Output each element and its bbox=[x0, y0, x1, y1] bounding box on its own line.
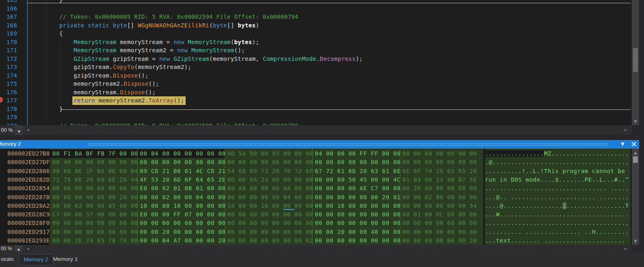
hex-byte[interactable]: 00 bbox=[238, 202, 249, 209]
scroll-down-icon[interactable]: ▼ bbox=[632, 239, 639, 243]
ascii-text[interactable]: ..........!..L.!This program cannot be bbox=[485, 167, 631, 176]
hex-byte-group[interactable]: 00 01 00 0C 00 00 00 bbox=[400, 210, 483, 219]
tab-memory-1[interactable]: Memory 1 bbox=[53, 256, 78, 262]
hex-byte-group[interactable]: 00 00 00 00 00 00 00 00 bbox=[50, 228, 137, 236]
hex-byte-group[interactable]: 00 00 00 00 00 00 54 bbox=[400, 202, 483, 210]
hex-byte-group[interactable]: 00 B4 00 00 00 00 00 00 bbox=[137, 149, 225, 158]
hex-byte-group[interactable]: 00 00 00 00 AE C7 00 00 bbox=[312, 184, 400, 193]
hex-byte-group[interactable]: 00 00 00 A8 00 00 00 02 bbox=[225, 236, 312, 245]
memory-cursor-byte[interactable]: 00 bbox=[283, 202, 294, 210]
ascii-text[interactable]: ................MZ..................... bbox=[485, 149, 631, 158]
zoom-dropdown-button[interactable]: ▼ bbox=[15, 245, 22, 252]
hex-byte-group[interactable]: C7 00 00 57 00 00 00 00 bbox=[50, 210, 137, 219]
hex-byte-group[interactable]: 00 00 00 00 00 00 00 00 bbox=[312, 236, 400, 245]
hex-byte-group[interactable]: 00 00 00 00 00 00 00 00 bbox=[137, 158, 225, 167]
hex-byte-group[interactable]: 4D 5A 90 00 03 00 00 00 bbox=[225, 149, 312, 158]
hex-byte-group[interactable]: 00 40 00 00 00 00 00 00 bbox=[50, 158, 137, 167]
hex-byte-group[interactable]: 00 00 00 00 00 00 00 00 bbox=[225, 219, 312, 227]
hex-byte-group[interactable]: 6E 6F 74 20 62 65 20 bbox=[400, 167, 483, 176]
hex-byte-group[interactable]: 00 00 02 00 40 85 00 00 bbox=[50, 202, 137, 210]
scroll-left-icon[interactable]: ◄ bbox=[26, 127, 29, 132]
hex-byte-group[interactable]: 00 00 00 00 00 80 00 bbox=[400, 158, 483, 167]
hex-byte-group[interactable]: 00 00 00 00 00 00 00 00 bbox=[137, 219, 225, 227]
hex-byte-group[interactable]: 00 00 00 50 45 00 00 4C bbox=[312, 176, 400, 184]
hex-byte-group[interactable]: 54 68 69 73 20 70 72 6F bbox=[225, 167, 312, 176]
scroll-left-icon[interactable]: ◄ bbox=[26, 246, 29, 251]
hex-byte-group[interactable]: 10 00 00 10 00 00 00 00 bbox=[225, 202, 312, 210]
hex-byte[interactable]: 00 bbox=[250, 202, 261, 209]
memory-hex-view[interactable]: 000002ED27B800 F1 BA BF FB 7F 00 0000 B4… bbox=[0, 149, 632, 245]
hex-byte-group[interactable]: 00 00 00 00 00 00 20 bbox=[400, 236, 483, 245]
code-line[interactable]: 180// Token: 0x06000006 RID: 6 RVA: 0x00… bbox=[0, 122, 632, 126]
code-line[interactable]: 172GZipStream gzipStream = new GZipStrea… bbox=[0, 55, 632, 63]
ascii-chars[interactable]: MZ..................... bbox=[544, 150, 629, 157]
editor-zoom-level[interactable]: 00 % bbox=[0, 125, 15, 135]
scroll-right-icon[interactable]: ► bbox=[624, 246, 628, 251]
ascii-text[interactable]: ................................. ..... bbox=[485, 184, 631, 193]
hex-byte-group[interactable]: 00 00 02 00 00 04 00 00 bbox=[137, 193, 225, 202]
tab-ocals[interactable]: ocals bbox=[1, 256, 14, 262]
ascii-text[interactable]: ...text........ ...................... bbox=[485, 236, 631, 245]
code-line[interactable]: 176memoryStream.Dispose(); bbox=[0, 88, 632, 97]
ascii-text[interactable]: .@..................................... bbox=[485, 158, 631, 167]
hex-byte-group[interactable]: 00 00 B4 A7 00 00 00 20 bbox=[137, 236, 225, 245]
ascii-text[interactable]: ....@.................................T bbox=[485, 202, 631, 210]
hex-byte-group[interactable]: 00 00 00 00 00 00 00 00 bbox=[312, 210, 400, 219]
hex-byte-group[interactable]: 00 20 00 00 00 E0 00 bbox=[400, 184, 483, 193]
hex-byte-group[interactable]: 00 00 00 00 00 00 00 00 bbox=[225, 228, 312, 236]
scroll-down-icon[interactable]: ▼ bbox=[632, 119, 639, 124]
code-line[interactable]: 165} bbox=[0, 0, 632, 4]
hex-byte-group[interactable]: 00 A8 00 00 00 0A 00 00 bbox=[225, 184, 312, 193]
code-line[interactable]: 174gzipStream.Dispose(); bbox=[0, 71, 632, 80]
code-line[interactable]: 170MemoryStream memoryStream = new Memor… bbox=[0, 38, 632, 47]
hex-byte-group[interactable]: 00 F1 BA BF FB 7F 00 00 bbox=[50, 149, 137, 158]
ascii-text[interactable]: ...W................................... bbox=[485, 210, 631, 219]
hex-byte-group[interactable]: 00 00 00 00 00 00 00 00 bbox=[312, 158, 400, 167]
memory-zoom-level[interactable]: 00 % bbox=[0, 245, 15, 252]
close-icon[interactable] bbox=[631, 141, 637, 147]
hex-byte[interactable]: 10 bbox=[227, 202, 238, 209]
panel-menu-icon[interactable]: ▼ bbox=[621, 142, 624, 146]
code-line[interactable]: 177return memoryStream2.ToArray(); bbox=[0, 96, 632, 105]
hex-byte[interactable]: 10 bbox=[261, 202, 272, 209]
hex-byte-group[interactable]: 00 00 2E 74 65 78 74 00 bbox=[50, 236, 137, 245]
code-line[interactable]: 168private static byte[] WGgNUWAOhGAnZEi… bbox=[0, 21, 632, 30]
hex-byte-group[interactable]: 00 00 00 00 00 04 00 00 bbox=[225, 193, 312, 202]
scroll-right-icon[interactable]: ► bbox=[624, 127, 628, 132]
hex-byte-group[interactable]: 00 00 00 00 00 00 00 00 bbox=[225, 210, 312, 219]
hex-byte-group[interactable]: 00 00 0E 1F BA 0E 00 B4 bbox=[50, 167, 137, 176]
editor-horizontal-scrollbar[interactable]: 00 % ▼ ◄ ► bbox=[0, 125, 632, 135]
ascii-cursor[interactable]: . bbox=[563, 202, 566, 209]
hex-byte[interactable]: 00 bbox=[272, 202, 283, 209]
code-line[interactable]: 178} bbox=[0, 105, 632, 113]
hex-byte-group[interactable]: B8 00 00 00 00 00 00 bbox=[400, 149, 483, 158]
code-line[interactable]: 167// Token: 0x06000005 RID: 5 RVA: 0x00… bbox=[0, 13, 632, 21]
hex-byte-group[interactable]: 67 72 61 6D 20 63 61 6E bbox=[312, 167, 400, 176]
hex-byte-group[interactable]: 0D 0D 0A 24 00 00 00 00 bbox=[225, 176, 312, 184]
hex-byte-group[interactable]: 00 00 00 00 00 00 00 00 bbox=[312, 219, 400, 227]
ascii-text[interactable]: ....................................... bbox=[485, 219, 631, 227]
hex-byte-group[interactable]: 00 00 00 00 00 00 00 00 bbox=[50, 184, 137, 193]
code-line[interactable]: 171MemoryStream memoryStream2 = new Memo… bbox=[0, 46, 632, 55]
zoom-dropdown-button[interactable]: ▼ bbox=[15, 126, 23, 135]
ascii-text[interactable]: .......... ............... ..H......... bbox=[485, 228, 631, 236]
hex-byte[interactable]: 00 bbox=[294, 202, 305, 209]
code-line[interactable]: 179 bbox=[0, 113, 632, 122]
ascii-text[interactable]: run in DOS mode....$.......PE..L...#..^ bbox=[485, 176, 631, 184]
hex-byte-group[interactable]: E0 00 02 01 0B 01 08 00 bbox=[137, 184, 225, 193]
ascii-unselected[interactable]: ................ bbox=[485, 150, 544, 157]
hex-byte-group[interactable]: 01 03 00 23 90 B7 5E bbox=[400, 176, 483, 184]
editor-vertical-scrollbar[interactable]: ▼ bbox=[632, 0, 639, 125]
hex-byte-group[interactable]: 00 00 00 00 00 00 00 00 bbox=[50, 219, 137, 227]
hex-byte-group[interactable]: 00 00 10 00 00 00 00 00 bbox=[312, 202, 400, 210]
hex-byte-group[interactable]: 72 75 6E 20 69 6E 20 44 bbox=[50, 176, 137, 184]
scrollbar-thumb[interactable] bbox=[633, 156, 638, 163]
memory-horizontal-scrollbar[interactable]: 00 % ▼ ◄ ► bbox=[0, 245, 632, 252]
hex-byte-group[interactable]: 00 00 00 00 00 00 00 00 bbox=[225, 158, 312, 167]
hex-byte-group[interactable]: 00 00 20 00 00 08 00 00 bbox=[137, 228, 225, 236]
ascii-text[interactable]: ...@.. ....................... ........ bbox=[485, 193, 631, 202]
hex-byte-group[interactable]: 09 CD 21 B8 01 4C CD 21 bbox=[137, 167, 225, 176]
hex-byte-group[interactable]: 00 00 00 00 00 00 20 01 bbox=[312, 193, 400, 202]
hex-byte-group[interactable]: 4F 53 20 6D 6F 64 65 2E bbox=[137, 176, 225, 184]
ascii-chars[interactable]: ....@................ bbox=[485, 202, 563, 209]
